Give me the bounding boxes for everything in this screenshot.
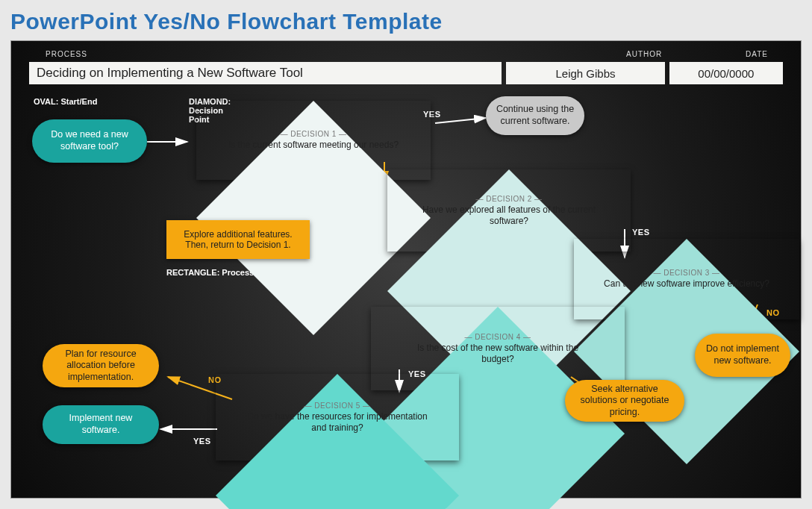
d1-question: Is the current software meeting our need… bbox=[228, 140, 399, 150]
node-start[interactable]: Do we need a new software tool? bbox=[32, 119, 147, 163]
node-seek-alternative[interactable]: Seek alternative solutions or negotiate … bbox=[565, 380, 684, 422]
d3-question: Can the new software improve efficiency? bbox=[604, 278, 769, 289]
d5-question: Do we have the resources for implementat… bbox=[245, 411, 430, 433]
svg-line-1 bbox=[435, 118, 486, 123]
node-explore[interactable]: Explore additional features. Then, retur… bbox=[166, 220, 310, 259]
node-decision-1[interactable]: — DECISION 1 —Is the current software me… bbox=[196, 101, 431, 180]
d4-question: Is the cost of the new software within t… bbox=[402, 343, 594, 364]
node-decision-5[interactable]: — DECISION 5 —Do we have the resources f… bbox=[216, 374, 459, 460]
node-continue[interactable]: Continue using the current software. bbox=[486, 96, 584, 135]
flowchart-canvas: PROCESS AUTHOR DATE Deciding on Implemen… bbox=[10, 40, 802, 499]
d3-tag: — DECISION 3 — bbox=[653, 269, 719, 277]
yn-d2-yes: YES bbox=[632, 228, 650, 237]
d1-tag: — DECISION 1 — bbox=[280, 130, 346, 138]
d2-tag: — DECISION 2 — bbox=[475, 195, 542, 203]
yn-d5-yes: YES bbox=[193, 437, 211, 446]
node-plan-resources[interactable]: Plan for resource allocation before impl… bbox=[43, 344, 159, 387]
node-do-not-implement[interactable]: Do not implement new software. bbox=[695, 334, 790, 377]
d4-tag: — DECISION 4 — bbox=[464, 333, 531, 341]
d5-tag: — DECISION 5 — bbox=[304, 402, 370, 410]
page-title: PowerPoint Yes/No Flowchart Template bbox=[10, 9, 802, 34]
node-implement[interactable]: Implement new software. bbox=[43, 405, 159, 444]
d2-question: Have we explored all features of the cur… bbox=[416, 204, 602, 226]
